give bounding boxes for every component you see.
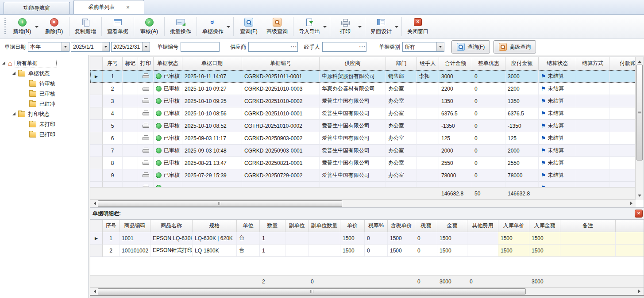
column-header[interactable]: 单据编号: [242, 57, 320, 70]
tree-item-audited[interactable]: 已审核: [0, 89, 89, 99]
column-header[interactable]: 其他费用: [467, 220, 498, 232]
column-header[interactable]: 合计金额: [439, 57, 472, 70]
ui-design-dropdown-caret-icon[interactable]: [395, 26, 398, 30]
print-dropdown-caret-icon[interactable]: [358, 26, 362, 30]
scroll-right-icon[interactable]: [636, 288, 644, 294]
tree-expand-icon[interactable]: [12, 112, 15, 115]
toolbar-grip[interactable]: [4, 18, 6, 35]
column-header[interactable]: 数量: [260, 220, 285, 232]
tree-item-not-printed[interactable]: 未打印: [0, 119, 89, 130]
column-header[interactable]: 金额: [437, 220, 467, 232]
column-header[interactable]: 单据日期: [182, 57, 242, 70]
view-doc-button[interactable]: 查看单据: [103, 16, 132, 37]
chevron-down-icon[interactable]: [102, 42, 109, 51]
horizontal-scrollbar[interactable]: [90, 199, 636, 207]
doc-no-input[interactable]: [181, 43, 219, 51]
tree-item-print-status[interactable]: 打印状态: [0, 109, 89, 119]
column-header[interactable]: 副单位: [285, 220, 309, 232]
tab-function-nav[interactable]: 功能导航窗: [4, 2, 70, 14]
tree-expand-icon[interactable]: [2, 61, 5, 65]
vertical-scrollbar[interactable]: [635, 57, 644, 200]
query-filter-button[interactable]: 查询(F): [451, 40, 490, 53]
scroll-up-icon[interactable]: [636, 57, 643, 64]
horizontal-scroll-thumb[interactable]: [98, 200, 342, 207]
tree-item-reversed[interactable]: 已红冲: [0, 99, 89, 109]
column-header[interactable]: 单价: [340, 220, 365, 232]
order-row[interactable]: 9已审核2025-07-29 15:39CGRKD-20250729-0002爱…: [90, 169, 636, 182]
column-header[interactable]: 税率%: [365, 220, 388, 232]
close-window-button[interactable]: × 关闭窗口: [403, 16, 432, 37]
column-header[interactable]: 税额: [415, 220, 437, 232]
column-header[interactable]: 结算方式: [576, 57, 609, 70]
column-header[interactable]: 序号: [103, 57, 123, 70]
vertical-scroll-thumb[interactable]: [636, 65, 643, 160]
column-header[interactable]: 打印: [138, 57, 154, 70]
column-header[interactable]: 备注: [560, 220, 616, 232]
scroll-left-icon[interactable]: [90, 288, 97, 294]
column-header[interactable]: 序号: [103, 220, 120, 232]
column-header[interactable]: 规格: [193, 220, 237, 232]
order-row[interactable]: 4已审核2025-10-10 08:56CGRKD-20251010-0001爱…: [90, 107, 636, 120]
doc-type-select[interactable]: 所有: [402, 42, 444, 52]
order-row[interactable]: 6已审核2025-09-03 11:17CGRKD-20250903-0002爱…: [90, 132, 636, 145]
delete-button[interactable]: × 删除(D): [40, 16, 68, 37]
tree-item-all-orders[interactable]: ⌂ 所有单据: [0, 58, 89, 69]
tree-item-doc-status[interactable]: 单据状态: [0, 69, 89, 79]
column-header[interactable]: 商品名称: [150, 220, 193, 232]
tab-close-icon[interactable]: ×: [126, 4, 130, 10]
date-to-select[interactable]: 2025/12/31: [111, 42, 150, 52]
tab-purchase-order-list[interactable]: 采购单列表 ×: [73, 0, 144, 14]
audit-button[interactable]: ✓ 审核(A): [135, 16, 163, 37]
order-row[interactable]: 3已审核2025-10-10 09:25CGRKD-20251010-0002爱…: [90, 95, 636, 107]
copy-new-button[interactable]: 复制新增: [71, 16, 100, 37]
chevron-down-icon[interactable]: [62, 42, 69, 51]
column-header[interactable]: 整单优惠: [472, 57, 505, 70]
import-export-dropdown-caret-icon[interactable]: [323, 26, 327, 30]
column-header[interactable]: 单位: [237, 220, 260, 232]
date-from-select[interactable]: 2025/1/1: [71, 42, 110, 52]
tree-expand-icon[interactable]: [12, 72, 15, 75]
query-button[interactable]: 查询(F): [235, 16, 262, 37]
batch-ops-button[interactable]: 批量操作: [166, 16, 195, 37]
order-row[interactable]: 5已审核2025-10-10 08:52CGTHD-20251010-0002爱…: [90, 120, 636, 132]
ui-design-button[interactable]: 界面设计: [366, 16, 396, 37]
add-dropdown-caret-icon[interactable]: [35, 26, 39, 30]
column-header[interactable]: 单据状态: [154, 57, 182, 70]
print-button[interactable]: 打印: [332, 16, 359, 37]
date-preset-select[interactable]: 本年: [28, 42, 69, 52]
column-header[interactable]: 付款账户: [609, 57, 636, 70]
detail-row[interactable]: ▶11001EPSON LQ-630KLQ-630K | 620K台115000…: [90, 232, 644, 245]
order-row[interactable]: 7已审核2025-09-03 10:48CGRKD-20250903-0001爱…: [90, 145, 636, 157]
column-header[interactable]: 部门: [386, 57, 417, 70]
column-header[interactable]: 入库单价: [498, 220, 529, 232]
handler-input[interactable]: [323, 43, 359, 51]
tree-item-printed[interactable]: 已打印: [0, 130, 89, 140]
add-button[interactable]: + 新增(N): [8, 16, 36, 37]
detail-horizontal-scrollbar[interactable]: [90, 287, 644, 295]
detail-panel-close-icon[interactable]: ×: [635, 210, 643, 218]
order-row[interactable]: 2已审核2025-10-10 09:27CGRKD-20251010-0003华…: [90, 83, 636, 95]
chevron-down-icon[interactable]: [142, 42, 150, 51]
column-header[interactable]: 副单位数量: [309, 220, 340, 232]
advanced-query-button[interactable]: 高级查询: [262, 16, 292, 37]
column-header[interactable]: 商品编码: [120, 220, 150, 232]
order-row-partial[interactable]: ⚑: [90, 182, 636, 187]
detail-row[interactable]: 2100101002EPSON针式打印LQ-1800K台115000150001…: [90, 245, 644, 257]
column-header[interactable]: 入库金额: [529, 220, 560, 232]
doc-ops-button[interactable]: » 单据操作: [198, 16, 228, 37]
order-row[interactable]: ▶1已审核2025-10-11 14:07CGRKD-20251011-0001…: [90, 70, 636, 83]
column-header[interactable]: 供应商: [320, 57, 386, 70]
supplier-lookup-ellipsis-icon[interactable]: ···: [290, 42, 297, 51]
column-header[interactable]: 标记: [123, 57, 138, 70]
scroll-down-icon[interactable]: [636, 193, 643, 200]
chevron-down-icon[interactable]: [436, 42, 444, 51]
scroll-left-icon[interactable]: [90, 200, 97, 207]
tree-item-pending-audit[interactable]: 待审核: [0, 79, 89, 89]
column-header[interactable]: 结算状态: [539, 57, 576, 70]
horizontal-scroll-thumb[interactable]: [98, 288, 526, 294]
doc-ops-dropdown-caret-icon[interactable]: [227, 26, 230, 30]
column-header[interactable]: 经手人: [417, 57, 439, 70]
import-export-button[interactable]: 导入导出: [295, 16, 324, 37]
scroll-right-icon[interactable]: [629, 200, 636, 207]
order-row[interactable]: 8已审核2025-08-21 13:47CGRKD-20250821-0001爱…: [90, 157, 636, 169]
